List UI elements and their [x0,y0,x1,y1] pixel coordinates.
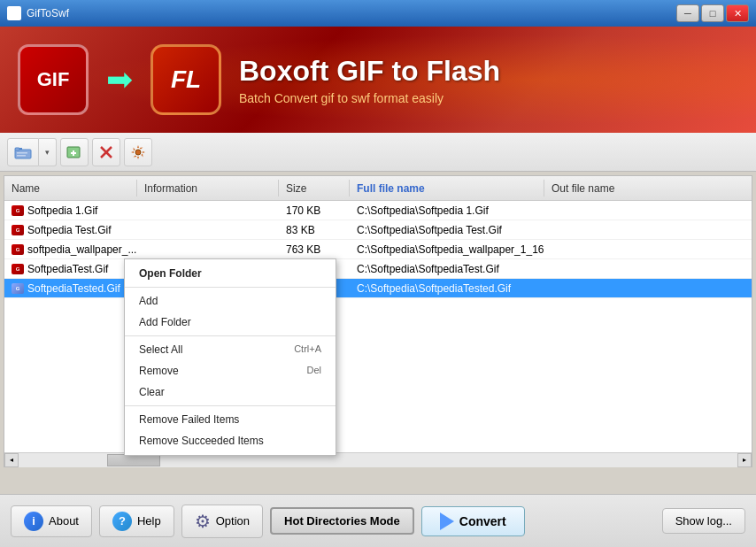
cell-name: G SoftpediaTest.Gif [4,259,137,278]
add-button[interactable] [60,138,89,166]
header-text: Boxoft GIF to Flash Batch Convert gif to… [239,55,500,105]
svg-point-10 [135,150,141,155]
gif-file-icon: G [12,225,24,235]
about-button[interactable]: i About [11,505,92,537]
remove-button[interactable] [92,138,120,166]
maximize-button[interactable]: □ [701,4,724,22]
hot-directories-button[interactable]: Hot Directories Mode [270,507,414,535]
cell-size: 763 KB [279,240,350,258]
table-header: Name Information Size Full file name Out… [4,176,752,201]
context-sep-1 [125,287,336,288]
context-sep-2 [125,335,336,336]
svg-rect-3 [17,152,27,154]
app-subtitle: Batch Convert gif to swf format easily [239,91,500,105]
gear-icon: ⚙ [195,511,211,532]
cell-out [544,201,752,220]
horizontal-scrollbar[interactable]: ◂ ▸ [4,452,752,466]
table-row[interactable]: G softpedia_wallpaper_... 763 KB C:\Soft… [4,240,752,259]
context-clear[interactable]: Clear [125,381,336,403]
table-row[interactable]: G Softpedia Test.Gif 83 KB C:\Softpedia\… [4,220,752,240]
table-body: G Softpedia 1.Gif 170 KB C:\Softpedia\So… [4,201,752,452]
arrow-icon: ➡ [106,61,133,98]
cell-full: C:\Softpedia\Softpedia 1.Gif [350,201,544,220]
fl-logo: FL [150,44,221,115]
col-size[interactable]: Size [279,180,350,196]
context-remove-succeeded[interactable]: Remove Succeeded Items [125,430,336,451]
cell-info [137,201,279,220]
col-outname[interactable]: Out file name [544,180,752,196]
toolbar: ▾ [0,133,756,172]
show-log-button[interactable]: Show log... [662,508,745,534]
app-icon [7,6,21,20]
help-icon: ? [112,512,132,531]
cell-out [544,279,752,297]
context-open-folder[interactable]: Open Folder [125,263,336,284]
cell-out [544,259,752,278]
svg-rect-4 [17,155,26,157]
context-remove-failed[interactable]: Remove Failed Items [125,409,336,430]
gif-file-icon: G [12,244,24,255]
cell-info [137,240,279,258]
context-sep-3 [125,405,336,406]
cell-name: G SoftpediaTested.Gif [4,279,137,297]
open-dropdown[interactable]: ▾ [39,138,57,166]
cell-full: C:\Softpedia\SoftpediaTest.Gif [350,259,544,278]
gif-file-icon: G [12,283,24,294]
gif-file-icon: G [12,264,24,274]
table-row[interactable]: G SoftpediaTested.Gif 53 KB C:\Softpedia… [4,279,752,298]
cell-full: C:\Softpedia\Softpedia Test.Gif [350,220,544,239]
scroll-left-button[interactable]: ◂ [4,453,19,467]
cell-full: C:\Softpedia\Softpedia_wallpaper_1_1600.… [350,240,544,258]
context-add-folder[interactable]: Add Folder [125,312,336,333]
play-icon [440,512,454,530]
convert-button[interactable]: Convert [421,506,525,536]
main-area: Name Information Size Full file name Out… [4,175,752,467]
minimize-button[interactable]: ─ [676,4,699,22]
option-button[interactable]: ⚙ Option [181,505,263,538]
title-bar-buttons: ─ □ ✕ [676,4,749,22]
bottom-bar: i About ? Help ⚙ Option Hot Directories … [0,494,756,547]
cell-info [137,220,279,239]
gif-logo: GIF [18,44,89,115]
context-select-all[interactable]: Select All Ctrl+A [125,339,336,360]
cell-size: 83 KB [279,220,350,239]
cell-size: 170 KB [279,201,350,220]
cell-name: G Softpedia 1.Gif [4,201,137,220]
table-row[interactable]: G SoftpediaTest.Gif 152 KB C:\Softpedia\… [4,259,752,279]
app-title: Boxoft GIF to Flash [239,55,500,88]
open-button[interactable] [7,138,39,166]
context-add[interactable]: Add [125,290,336,312]
title-bar: GifToSwf ─ □ ✕ [0,0,756,27]
window-title: GifToSwf [27,7,69,19]
close-button[interactable]: ✕ [726,4,749,22]
col-info[interactable]: Information [137,180,279,196]
table-row[interactable]: G Softpedia 1.Gif 170 KB C:\Softpedia\So… [4,201,752,220]
context-remove[interactable]: Remove Del [125,360,336,381]
help-button[interactable]: ? Help [99,505,174,537]
cell-name: G softpedia_wallpaper_... [4,240,137,258]
context-menu: Open Folder Add Add Folder Select All Ct… [124,258,336,456]
cell-name: G Softpedia Test.Gif [4,220,137,239]
svg-rect-2 [15,148,19,150]
gif-file-icon: G [12,205,24,216]
col-name[interactable]: Name [4,180,137,196]
cell-out [544,240,752,258]
col-fullname[interactable]: Full file name [350,180,544,196]
header-banner: GIF ➡ FL Boxoft GIF to Flash Batch Conve… [0,27,756,133]
info-icon: i [24,512,43,531]
cell-full: C:\Softpedia\SoftpediaTested.Gif [350,279,544,297]
cell-out [544,220,752,239]
scroll-right-button[interactable]: ▸ [737,453,752,467]
settings-button[interactable] [124,138,152,166]
